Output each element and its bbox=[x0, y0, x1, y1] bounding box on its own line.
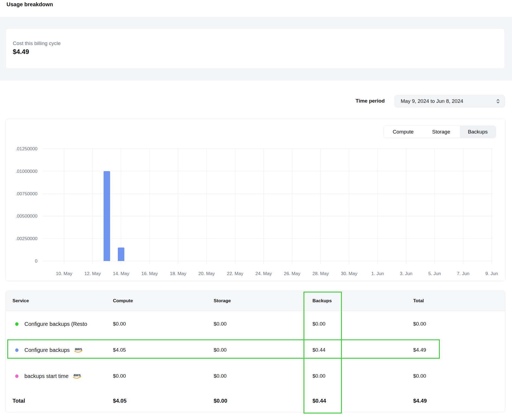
chevron-up-down-icon bbox=[496, 98, 500, 104]
table-row: Configure backups (Resto $0.00 $0.00 $0.… bbox=[6, 311, 505, 337]
y-axis-tick-label: .00250000 bbox=[16, 236, 37, 241]
table-total-row: Total $4.05 $0.00 $0.44 $4.49 bbox=[6, 389, 505, 412]
total-row-label: Total bbox=[12, 398, 113, 404]
column-header-backups: Backups bbox=[312, 298, 413, 304]
column-header-service: Service bbox=[12, 298, 113, 304]
column-header-storage: Storage bbox=[214, 298, 312, 304]
backups-bar-chart: .01250000.01000000.00750000.00500000.002… bbox=[8, 145, 505, 279]
bar-14-may[interactable] bbox=[118, 247, 124, 261]
x-axis-tick-label: 26. May bbox=[284, 271, 301, 276]
column-header-compute: Compute bbox=[113, 298, 214, 304]
svg-text:aws: aws bbox=[74, 373, 81, 377]
total-total-cost: $4.49 bbox=[413, 398, 505, 404]
backups-cost: $0.00 bbox=[312, 321, 413, 327]
x-axis-tick-label: 5. Jun bbox=[428, 271, 441, 276]
usage-table: Service Compute Storage Backups Total Co… bbox=[5, 291, 505, 412]
y-axis-tick-label: .01000000 bbox=[16, 169, 37, 174]
time-period-label: Time period bbox=[326, 98, 385, 104]
x-axis-tick-label: 7. Jun bbox=[457, 271, 469, 276]
page-title: Usage breakdown bbox=[7, 1, 53, 8]
x-axis-tick-label: 10. May bbox=[56, 271, 72, 276]
service-name: Configure backups bbox=[24, 347, 70, 353]
series-dot-blue bbox=[15, 348, 18, 352]
time-period-selected-value: May 9, 2024 to Jun 8, 2024 bbox=[401, 98, 496, 104]
total-backups-cost: $0.44 bbox=[312, 398, 413, 404]
x-axis-tick-label: 12. May bbox=[84, 271, 101, 276]
y-axis-tick-label: .00500000 bbox=[16, 214, 37, 219]
time-period-select[interactable]: May 9, 2024 to Jun 8, 2024 bbox=[394, 95, 505, 107]
compute-cost: $0.00 bbox=[113, 373, 214, 379]
x-axis-tick-label: 1. Jun bbox=[371, 271, 384, 276]
storage-cost: $0.00 bbox=[214, 347, 312, 353]
tab-storage[interactable]: Storage bbox=[422, 126, 460, 138]
total-cost: $0.00 bbox=[413, 321, 505, 327]
cost-card-label: Cost this billing cycle bbox=[13, 40, 61, 46]
compute-cost: $4.05 bbox=[113, 347, 214, 353]
x-axis-tick-label: 30. May bbox=[341, 271, 358, 276]
x-axis-tick-label: 28. May bbox=[312, 271, 329, 276]
backups-cost: $0.44 bbox=[312, 347, 413, 353]
compute-cost: $0.00 bbox=[113, 321, 214, 327]
x-axis-tick-label: 14. May bbox=[113, 271, 129, 276]
total-cost: $4.49 bbox=[413, 347, 505, 353]
x-axis-tick-label: 9. Jun bbox=[485, 271, 498, 276]
bar-13-may[interactable] bbox=[104, 171, 110, 261]
y-axis-tick-label: 0 bbox=[35, 259, 37, 264]
total-cost: $0.00 bbox=[413, 373, 505, 379]
storage-cost: $0.00 bbox=[214, 321, 312, 327]
y-axis-tick-label: .00750000 bbox=[16, 191, 37, 196]
tab-compute[interactable]: Compute bbox=[384, 126, 422, 138]
storage-cost: $0.00 bbox=[214, 373, 312, 379]
x-axis-tick-label: 20. May bbox=[198, 271, 215, 276]
series-dot-green bbox=[15, 322, 18, 326]
total-compute-cost: $4.05 bbox=[113, 398, 214, 404]
backups-cost: $0.00 bbox=[312, 373, 413, 379]
series-dot-pink bbox=[15, 374, 18, 378]
aws-logo-icon: aws bbox=[72, 373, 83, 380]
total-storage-cost: $0.00 bbox=[214, 398, 312, 404]
x-axis-tick-label: 24. May bbox=[255, 271, 272, 276]
svg-text:aws: aws bbox=[75, 347, 82, 351]
x-axis-tick-label: 16. May bbox=[141, 271, 158, 276]
service-name: Configure backups (Resto bbox=[24, 321, 87, 327]
table-header-row: Service Compute Storage Backups Total bbox=[6, 291, 505, 311]
table-row: backups start time aws $0.00 $0.00 $0.00… bbox=[6, 363, 505, 389]
usage-breakdown-page: Usage breakdown Cost this billing cycle … bbox=[0, 0, 512, 420]
x-axis-tick-label: 22. May bbox=[227, 271, 244, 276]
y-axis-tick-label: .01250000 bbox=[16, 146, 37, 151]
aws-logo-icon: aws bbox=[74, 346, 84, 354]
x-axis-tick-label: 18. May bbox=[170, 271, 187, 276]
chart-metric-tabs: Compute Storage Backups bbox=[384, 126, 496, 138]
column-header-total: Total bbox=[413, 298, 505, 304]
cost-card: Cost this billing cycle $4.49 bbox=[5, 28, 505, 69]
cost-card-amount: $4.49 bbox=[13, 48, 29, 56]
x-axis-tick-label: 3. Jun bbox=[400, 271, 412, 276]
table-row: Configure backups aws $4.05 $0.00 $0.44 … bbox=[6, 337, 505, 363]
service-name: backups start time bbox=[24, 373, 68, 379]
tab-backups[interactable]: Backups bbox=[460, 126, 496, 138]
